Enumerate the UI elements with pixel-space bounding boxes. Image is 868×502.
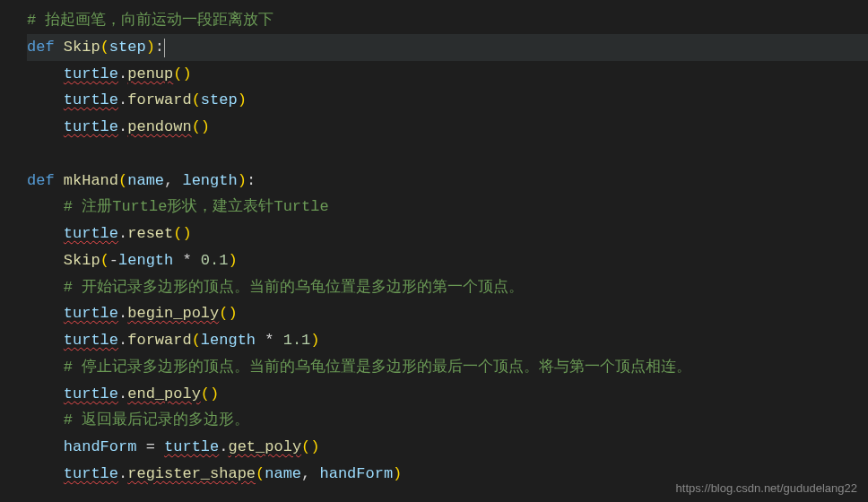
- code-line: turtle.end_poly(): [27, 381, 868, 408]
- parens: (): [192, 118, 210, 135]
- indent: [27, 332, 64, 349]
- method-name: reset: [127, 225, 173, 242]
- operator: =: [136, 438, 164, 455]
- paren-open: (: [100, 39, 109, 56]
- paren-open: (: [100, 252, 109, 269]
- method-name: forward: [127, 91, 191, 108]
- code-line-blank: [27, 141, 868, 168]
- paren-open: (: [256, 465, 265, 482]
- object-name: turtle: [64, 385, 118, 402]
- method-name: penup: [127, 65, 173, 82]
- parens: (): [219, 305, 237, 322]
- keyword-def: def: [27, 172, 64, 189]
- object-name: turtle: [64, 332, 118, 349]
- indent: [27, 198, 64, 215]
- indent: [27, 118, 64, 135]
- object-name: turtle: [164, 438, 219, 455]
- indent: [27, 305, 64, 322]
- function-call: Skip: [64, 252, 100, 269]
- code-line: turtle.begin_poly(): [27, 300, 868, 327]
- paren-close: ): [238, 91, 247, 108]
- method-name: get_poly: [228, 438, 301, 455]
- operator: *: [256, 332, 283, 349]
- dot: .: [118, 65, 127, 82]
- dot: .: [118, 118, 127, 135]
- text-cursor: [164, 39, 165, 56]
- number-literal: 0.1: [201, 252, 229, 269]
- argument: handForm: [319, 465, 393, 482]
- indent: [27, 359, 64, 376]
- paren-open: (: [192, 332, 201, 349]
- comment-text: # 返回最后记录的多边形。: [64, 411, 249, 428]
- dot: .: [118, 465, 127, 482]
- paren-close: ): [393, 465, 402, 482]
- dot: .: [118, 225, 127, 242]
- code-line: handForm = turtle.get_poly(): [27, 434, 868, 461]
- number-literal: 1.1: [283, 332, 311, 349]
- code-line: # 抬起画笔，向前运动一段距离放下: [27, 7, 868, 34]
- object-name: turtle: [64, 118, 118, 135]
- code-line: turtle.forward(step): [27, 87, 868, 114]
- parens: (): [301, 438, 319, 455]
- parameter: step: [109, 39, 146, 56]
- paren-close: ): [146, 39, 155, 56]
- method-name: pendown: [127, 118, 191, 135]
- code-line: turtle.reset(): [27, 221, 868, 247]
- indent: [27, 91, 64, 108]
- dot: .: [118, 305, 127, 322]
- argument: name: [265, 465, 301, 482]
- dot: .: [118, 91, 127, 108]
- dot: .: [118, 385, 127, 402]
- code-line: def mkHand(name, length):: [27, 168, 868, 195]
- indent: [27, 65, 64, 82]
- argument: length: [118, 252, 173, 269]
- code-line: # 返回最后记录的多边形。: [27, 407, 868, 434]
- dot: .: [118, 332, 127, 349]
- argument: step: [201, 91, 238, 108]
- indent: [27, 438, 64, 455]
- operator: -: [109, 252, 118, 269]
- code-editor[interactable]: # 抬起画笔，向前运动一段距离放下 def Skip(step): turtle…: [0, 0, 868, 495]
- dot: .: [219, 438, 228, 455]
- argument: length: [201, 332, 256, 349]
- parameter: name: [127, 172, 164, 189]
- method-name: begin_poly: [127, 305, 219, 322]
- code-line: turtle.pendown(): [27, 114, 868, 141]
- code-line: # 停止记录多边形的顶点。当前的乌龟位置是多边形的最后一个顶点。将与第一个顶点相…: [27, 354, 868, 381]
- comment-text: # 开始记录多边形的顶点。当前的乌龟位置是多边形的第一个顶点。: [64, 279, 524, 296]
- parameter: length: [182, 172, 237, 189]
- comment-text: # 停止记录多边形的顶点。当前的乌龟位置是多边形的最后一个顶点。将与第一个顶点相…: [64, 359, 691, 376]
- comment-text: # 注册Turtle形状，建立表针Turtle: [64, 198, 329, 215]
- code-line: # 开始记录多边形的顶点。当前的乌龟位置是多边形的第一个顶点。: [27, 274, 868, 301]
- colon: :: [155, 39, 164, 56]
- keyword-def: def: [27, 39, 64, 56]
- indent: [27, 252, 64, 269]
- paren-close: ): [310, 332, 319, 349]
- paren-close: ): [228, 252, 237, 269]
- operator: *: [173, 252, 201, 269]
- parens: (): [201, 385, 219, 402]
- paren-open: (: [192, 91, 201, 108]
- method-name: forward: [127, 332, 191, 349]
- code-line: turtle.forward(length * 1.1): [27, 327, 868, 354]
- code-line: turtle.penup(): [27, 61, 868, 88]
- parens: (): [173, 225, 191, 242]
- function-name: mkHand: [64, 172, 118, 189]
- comment-text: # 抬起画笔，向前运动一段距离放下: [27, 12, 273, 29]
- watermark-text: https://blog.csdn.net/gududelang22: [676, 481, 857, 495]
- code-line-active: def Skip(step):: [27, 34, 868, 61]
- object-name: turtle: [64, 91, 118, 108]
- indent: [27, 385, 64, 402]
- indent: [27, 225, 64, 242]
- code-line: Skip(-length * 0.1): [27, 247, 868, 274]
- object-name: turtle: [64, 65, 118, 82]
- paren-open: (: [118, 172, 127, 189]
- method-name: register_shape: [127, 465, 256, 482]
- indent: [27, 465, 64, 482]
- parens: (): [173, 65, 191, 82]
- indent: [27, 411, 64, 428]
- object-name: turtle: [64, 305, 118, 322]
- object-name: turtle: [64, 465, 118, 482]
- variable-name: handForm: [64, 438, 137, 455]
- object-name: turtle: [64, 225, 118, 242]
